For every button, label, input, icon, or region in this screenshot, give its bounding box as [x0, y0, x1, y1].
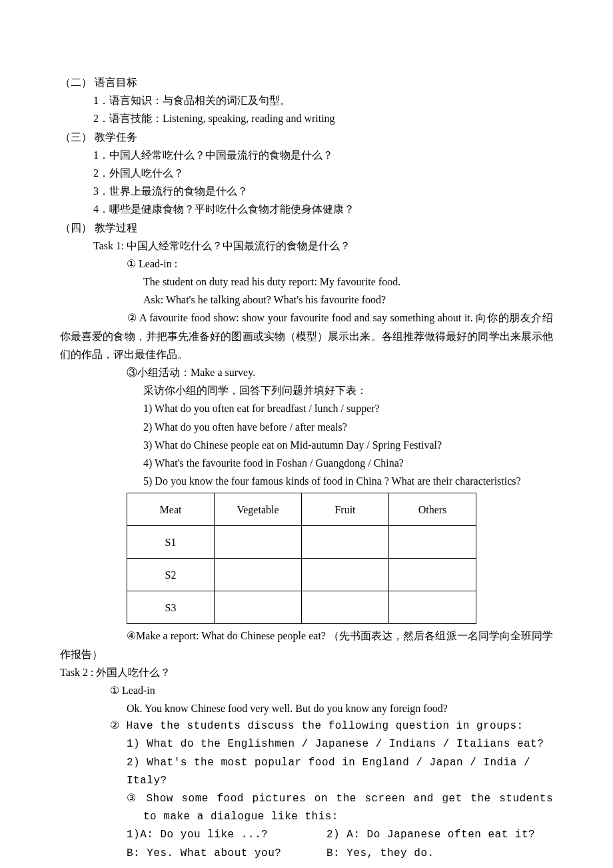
task2-p3-text: ③ Show some food pictures on the screen … — [127, 793, 553, 823]
row-s3: S3 — [127, 591, 215, 624]
table-row: S1 — [127, 526, 476, 559]
sec3-item-2: 2．外国人吃什么？ — [93, 164, 553, 182]
table-header-row: Meat Vegetable Fruit Others — [127, 493, 476, 526]
sec2-item-2: 2．语言技能：Listening, speaking, reading and … — [93, 109, 553, 127]
task1-leadin-a: The student on duty read his duty report… — [143, 273, 553, 291]
cell-empty — [215, 559, 302, 591]
th-others: Others — [389, 493, 476, 526]
section-4-title: （四） 教学过程 — [60, 219, 553, 237]
dialogue-2b: B: Yes, they do. — [326, 845, 434, 863]
task2-show-pictures: ③ Show some food pictures on the screen … — [77, 790, 553, 826]
sec3-item-1: 1．中国人经常吃什么？中国最流行的食物是什么？ — [93, 146, 553, 164]
task1-q5-text: 5) Do you know the four famous kinds of … — [143, 475, 521, 487]
task2-discuss: ② Have the students discuss the followin… — [110, 717, 553, 735]
task2-leadin-a: Ok. You know Chinese food very well. But… — [127, 699, 553, 717]
cell-empty — [389, 526, 476, 559]
task1-leadin-b: Ask: What's he talking about? What's his… — [143, 291, 553, 309]
task1-survey-intro: 采访你小组的同学，回答下列问题并填好下表： — [143, 381, 553, 399]
task1-p2-text: ② A favourite food show: show your favou… — [60, 312, 553, 359]
section-3-title: （三） 教学任务 — [60, 128, 553, 146]
sec2-item-1: 1．语言知识：与食品相关的词汇及句型。 — [93, 91, 553, 109]
row-s1: S1 — [127, 526, 215, 559]
cell-empty — [302, 559, 389, 591]
cell-empty — [389, 559, 476, 591]
task1-p4-text: ④Make a report: What do Chinese people e… — [60, 630, 553, 659]
task1-make-report: ④Make a report: What do Chinese people e… — [60, 627, 553, 663]
task2-title: Task 2 : 外国人吃什么？ — [60, 663, 553, 681]
task1-q5: 5) Do you know the four famous kinds of … — [60, 472, 553, 490]
task1-group-activity: ③小组活动：Make a survey. — [127, 363, 553, 381]
dialogue-1a: 1)A: Do you like ...? — [127, 826, 326, 844]
task1-q1: 1) What do you often eat for breadfast /… — [143, 399, 553, 417]
task1-title: Task 1: 中国人经常吃什么？中国最流行的食物是什么？ — [93, 237, 553, 255]
sec3-item-4: 4．哪些是健康食物？平时吃什么食物才能使身体健康？ — [93, 200, 553, 218]
cell-empty — [302, 591, 389, 624]
th-fruit: Fruit — [302, 493, 389, 526]
dialogue-1b: 2) A: Do Japanese often eat it? — [326, 826, 535, 844]
task1-q4: 4) What's the favourite food in Foshan /… — [143, 454, 553, 472]
sec3-item-3: 3．世界上最流行的食物是什么？ — [93, 182, 553, 200]
th-meat: Meat — [127, 493, 215, 526]
task1-q3: 3) What do Chinese people eat on Mid-aut… — [143, 436, 553, 454]
survey-table: Meat Vegetable Fruit Others S1 S2 S3 — [127, 493, 476, 624]
section-2-title: （二） 语言目标 — [60, 73, 553, 91]
cell-empty — [215, 591, 302, 624]
task2-discuss-q1: 1) What do the Englishmen / Japanese / I… — [127, 735, 553, 753]
table-row: S3 — [127, 591, 476, 624]
task1-q2: 2) What do you often have before / after… — [143, 418, 553, 436]
cell-empty — [302, 526, 389, 559]
table-row: S2 — [127, 559, 476, 591]
cell-empty — [389, 591, 476, 624]
task2-discuss-q2: 2) What's the most popular food in Engla… — [127, 754, 553, 790]
task2-leadin: ① Lead-in — [110, 681, 553, 699]
task1-leadin: ① Lead-in : — [127, 255, 553, 273]
task2-dialogue-row-2: B: Yes. What about you? B: Yes, they do. — [127, 845, 553, 863]
task2-dialogue-row-1: 1)A: Do you like ...? 2) A: Do Japanese … — [127, 826, 553, 844]
task1-favourite-food-show: ② A favourite food show: show your favou… — [60, 309, 553, 363]
th-vegetable: Vegetable — [215, 493, 302, 526]
row-s2: S2 — [127, 559, 215, 591]
cell-empty — [215, 526, 302, 559]
dialogue-2a: B: Yes. What about you? — [127, 845, 326, 863]
